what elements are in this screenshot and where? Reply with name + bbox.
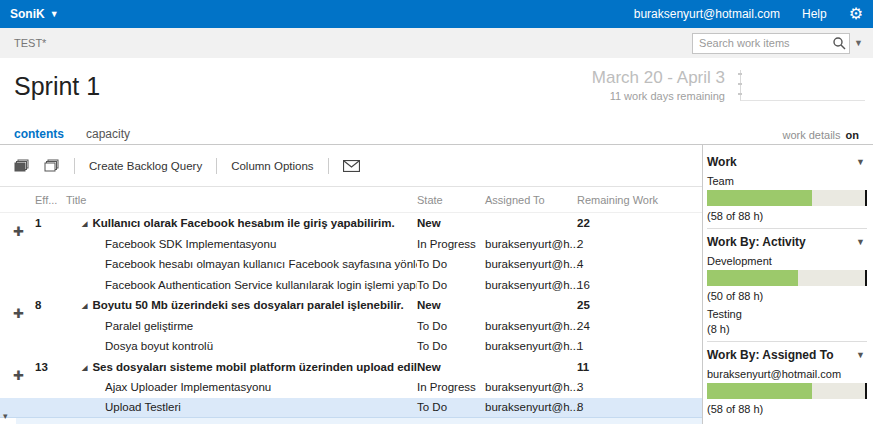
panel-section-header[interactable]: Work By: Assigned To▼ — [707, 344, 867, 368]
cell-remaining-work: 8 — [577, 401, 702, 413]
work-item-title: Facebook hesabı olmayan kullanıcı Facebo… — [105, 258, 417, 270]
help-link[interactable]: Help — [802, 7, 827, 21]
account-link[interactable]: buraksenyurt@hotmail.com — [634, 7, 780, 21]
capacity-bar-fill — [707, 270, 798, 286]
cell-title: Facebook SDK Implementasyonu — [60, 238, 417, 250]
sprint-backlog-grid: Create Backlog Query Column Options Eff.… — [0, 145, 703, 424]
cell-remaining-work: 1 — [577, 340, 702, 352]
capacity-bar — [707, 270, 867, 286]
capacity-limit-marker — [865, 190, 867, 206]
breadcrumb[interactable]: TEST* — [14, 37, 46, 49]
grid-column-headers: Eff... Title State Assigned To Remaining… — [0, 187, 702, 213]
table-row[interactable]: Facebook Authentication Service kullanıl… — [0, 275, 702, 296]
toolbar-separator — [216, 158, 217, 174]
table-row[interactable]: Dosya boyut kontrolüTo Doburaksenyurt@h.… — [0, 336, 702, 357]
panel-section-title: Work By: Activity — [707, 235, 806, 249]
table-row[interactable]: ✚8◢Boyutu 50 Mb üzerindeki ses dosyaları… — [0, 295, 702, 316]
table-row[interactable]: Ajax Uploader ImplementasyonuIn Progress… — [0, 377, 702, 398]
cell-remaining-work: 3 — [577, 381, 702, 393]
search-scope-dropdown-icon[interactable]: ▼ — [854, 38, 863, 48]
capacity-bar-fill — [707, 383, 812, 399]
table-row[interactable]: Facebook hesabı olmayan kullanıcı Facebo… — [0, 254, 702, 275]
cell-state: New — [417, 217, 485, 229]
capacity-item-label: Development — [707, 255, 867, 267]
cell-title: Facebook Authentication Service kullanıl… — [60, 279, 417, 291]
cell-assigned-to: buraksenyurt@h... — [485, 381, 577, 393]
capacity-item-caption: (58 of 88 h) — [707, 403, 867, 415]
cell-title: Upload Testleri — [60, 401, 417, 413]
table-row[interactable]: ✚1◢Kullanıcı olarak Facebook hesabım ile… — [0, 213, 702, 234]
tab-bar: contents capacity work detailson — [0, 128, 873, 145]
tab-capacity[interactable]: capacity — [86, 127, 130, 141]
cell-title: Paralel geliştirme — [60, 320, 417, 332]
create-backlog-query-button[interactable]: Create Backlog Query — [89, 160, 202, 172]
tree-expanded-icon[interactable]: ◢ — [82, 302, 87, 310]
project-menu[interactable]: SoniK ▼ — [10, 7, 59, 21]
capacity-item-caption: (8 h) — [707, 323, 867, 335]
work-details-toggle[interactable]: work detailson — [782, 129, 859, 141]
cell-state: In Progress — [417, 238, 485, 250]
cell-title: Dosya boyut kontrolü — [60, 340, 417, 352]
cell-remaining-work: 22 — [577, 217, 702, 229]
tab-contents[interactable]: contents — [14, 127, 64, 141]
expand-all-icon[interactable] — [14, 159, 30, 173]
table-row[interactable]: ✚13◢Ses dosyaları sisteme mobil platform… — [0, 357, 702, 378]
top-navigation-bar: SoniK ▼ buraksenyurt@hotmail.com Help ⚙ — [0, 0, 873, 28]
panel-section-header[interactable]: Work By: Activity▼ — [707, 231, 867, 255]
cell-state: To Do — [417, 340, 485, 352]
capacity-item: Testing(8 h) — [707, 308, 867, 335]
sprint-dates: March 20 - April 3 11 work days remainin… — [592, 68, 725, 102]
burndown-chart[interactable] — [740, 70, 865, 101]
cell-state: To Do — [417, 401, 485, 413]
capacity-item: Team(58 of 88 h) — [707, 175, 867, 222]
cell-state: New — [417, 361, 485, 373]
table-row[interactable]: Paralel geliştirmeTo Doburaksenyurt@h...… — [0, 316, 702, 337]
chevron-down-icon: ▼ — [50, 10, 59, 19]
capacity-item-label: Testing — [707, 308, 867, 320]
capacity-bar — [707, 383, 867, 399]
work-details-state: on — [846, 129, 859, 141]
panel-section-header[interactable]: Work▼ — [707, 151, 867, 175]
table-row[interactable]: Facebook SDK ImplementasyonuIn Progressb… — [0, 234, 702, 255]
column-header-assigned-to[interactable]: Assigned To — [485, 194, 577, 206]
cell-remaining-work: 16 — [577, 279, 702, 291]
cell-title: ◢Ses dosyaları sisteme mobil platform üz… — [60, 361, 417, 373]
collapse-all-icon[interactable] — [44, 159, 60, 173]
gear-icon[interactable]: ⚙ — [849, 6, 863, 22]
column-header-state[interactable]: State — [417, 194, 485, 206]
table-row[interactable]: ▾Upload TestleriTo Doburaksenyurt@h...8 — [0, 398, 702, 419]
cell-title: ◢Kullanıcı olarak Facebook hesabım ile g… — [60, 217, 417, 229]
work-item-title: Ses dosyaları sisteme mobil platform üze… — [92, 361, 417, 373]
work-item-title: Kullanıcı olarak Facebook hesabım ile gi… — [92, 217, 394, 229]
column-header-effort[interactable]: Eff... — [32, 194, 60, 206]
chevron-down-icon[interactable]: ▼ — [856, 237, 867, 247]
row-context-menu-icon[interactable]: ▾ — [3, 411, 8, 421]
capacity-item-label: buraksenyurt@hotmail.com — [707, 368, 867, 380]
cell-remaining-work: 2 — [577, 238, 702, 250]
work-item-title: Upload Testleri — [105, 401, 181, 413]
work-item-title: Dosya boyut kontrolü — [105, 340, 213, 352]
work-item-title: Ajax Uploader Implementasyonu — [105, 381, 271, 393]
column-header-title[interactable]: Title — [60, 194, 417, 206]
toolbar-separator — [74, 158, 75, 174]
chevron-down-icon[interactable]: ▼ — [856, 350, 867, 360]
column-header-remaining-work[interactable]: Remaining Work — [577, 194, 702, 206]
chevron-down-icon[interactable]: ▼ — [856, 157, 867, 167]
capacity-item: buraksenyurt@hotmail.com(58 of 88 h) — [707, 368, 867, 415]
cell-remaining-work: 25 — [577, 299, 702, 311]
add-child-icon[interactable]: ✚ — [13, 225, 24, 238]
work-item-title: Facebook SDK Implementasyonu — [105, 238, 276, 250]
search-icon[interactable] — [832, 36, 846, 50]
tree-expanded-icon[interactable]: ◢ — [82, 364, 87, 372]
cell-state: In Progress — [417, 381, 485, 393]
column-options-button[interactable]: Column Options — [231, 160, 313, 172]
add-child-icon[interactable]: ✚ — [13, 369, 24, 382]
email-icon[interactable] — [343, 160, 360, 172]
search-input[interactable] — [692, 33, 850, 54]
work-item-title: Paralel geliştirme — [105, 320, 193, 332]
cell-effort: 1 — [32, 217, 60, 229]
cell-state: To Do — [417, 258, 485, 270]
tree-expanded-icon[interactable]: ◢ — [82, 220, 87, 228]
add-child-icon[interactable]: ✚ — [13, 307, 24, 320]
panel-section-divider — [707, 228, 867, 229]
